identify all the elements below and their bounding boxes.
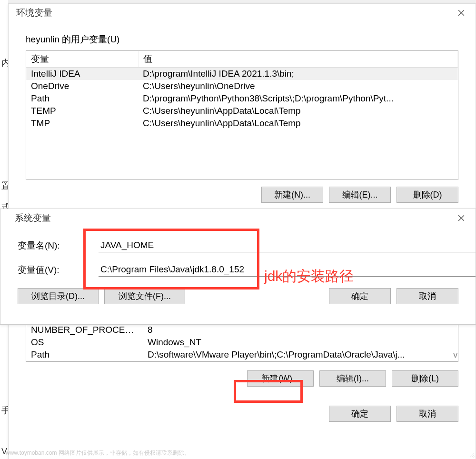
- sysvar-ok-button[interactable]: 确定: [329, 288, 391, 304]
- table-row[interactable]: OSWindows_NT: [26, 336, 458, 349]
- user-vars-label: heyunlin 的用户变量(U): [9, 22, 476, 50]
- watermark-text: www.toymoban.com 网络图片仅供展示，非存储，如有侵权请联系删除。: [6, 449, 190, 457]
- env-ok-button[interactable]: 确定: [329, 406, 391, 422]
- delete-sys-var-button[interactable]: 删除(L): [392, 370, 458, 387]
- env-title: 环境变量: [16, 7, 52, 19]
- user-vars-table[interactable]: 变量 值 IntelliJ IDEAD:\program\IntelliJ ID…: [26, 50, 458, 180]
- var-value-label: 变量值(V):: [18, 264, 99, 276]
- var-name-input[interactable]: [99, 239, 476, 252]
- browse-dir-button[interactable]: 浏览目录(D)...: [18, 288, 99, 304]
- delete-user-var-button[interactable]: 删除(D): [397, 187, 458, 203]
- new-user-var-button[interactable]: 新建(N)...: [261, 187, 323, 203]
- var-name-label: 变量名(N):: [18, 239, 99, 252]
- new-sys-var-button[interactable]: 新建(W)...: [247, 370, 314, 387]
- table-row[interactable]: NUMBER_OF_PROCESSORS8: [26, 324, 458, 336]
- system-vars-buttons: 新建(W)... 编辑(I)... 删除(L): [9, 364, 476, 387]
- edit-sysvar-window: 系统变量 变量名(N): 变量值(V): 浏览目录(D)... 浏览文件(F).…: [0, 209, 476, 325]
- table-row[interactable]: PathD:\program\Python\Python38\Scripts\;…: [26, 92, 458, 105]
- sysvar-titlebar: 系统变量: [0, 209, 476, 227]
- annotation-text: jdk的安装路径: [264, 267, 354, 286]
- system-vars-table[interactable]: NUMBER_OF_PROCESSORS8 OSWindows_NT PathD…: [26, 324, 458, 362]
- scroll-down-icon[interactable]: v: [448, 349, 458, 361]
- env-titlebar: 环境变量: [9, 4, 476, 22]
- close-icon[interactable]: [452, 211, 471, 225]
- table-row[interactable]: OneDriveC:\Users\heyunlin\OneDrive: [26, 80, 458, 92]
- table-row[interactable]: PathD:\software\VMware Player\bin\;C:\Pr…: [26, 349, 458, 361]
- edit-sys-var-button[interactable]: 编辑(I)...: [319, 370, 386, 387]
- col-header-var[interactable]: 变量: [26, 51, 138, 68]
- user-vars-buttons: 新建(N)... 编辑(E)... 删除(D): [9, 180, 476, 203]
- table-row[interactable]: IntelliJ IDEAD:\program\IntelliJ IDEA 20…: [26, 68, 458, 80]
- svg-line-6: [474, 457, 475, 458]
- table-row[interactable]: TEMPC:\Users\heyunlin\AppData\Local\Temp: [26, 105, 458, 117]
- table-row[interactable]: TMPC:\Users\heyunlin\AppData\Local\Temp: [26, 117, 458, 130]
- sysvar-cancel-button[interactable]: 取消: [397, 288, 458, 304]
- env-ok-cancel: 确定 取消: [9, 406, 476, 422]
- resize-grip-icon[interactable]: [468, 451, 475, 458]
- edit-user-var-button[interactable]: 编辑(E)...: [329, 187, 391, 203]
- browse-file-button[interactable]: 浏览文件(F)...: [104, 288, 185, 304]
- col-header-val[interactable]: 值: [138, 51, 458, 68]
- sysvar-title: 系统变量: [15, 212, 51, 224]
- close-icon[interactable]: [452, 6, 471, 20]
- env-cancel-button[interactable]: 取消: [397, 406, 458, 422]
